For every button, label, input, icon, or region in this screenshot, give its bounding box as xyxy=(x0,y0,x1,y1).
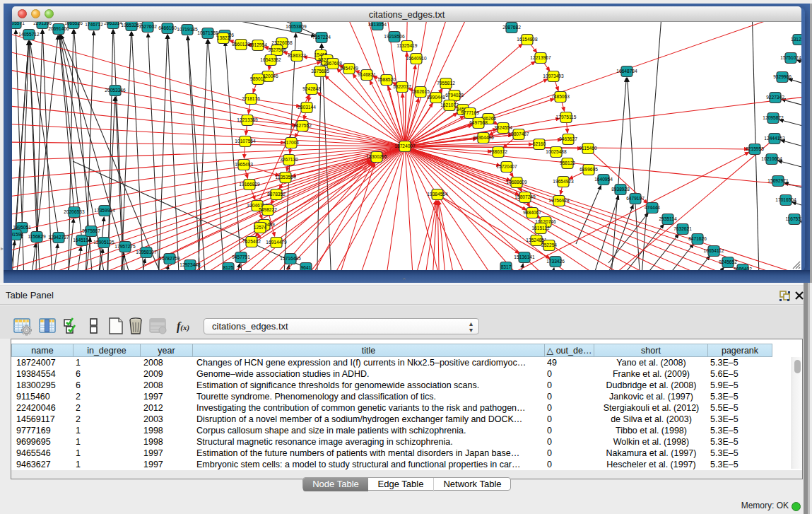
svg-text:20364486: 20364486 xyxy=(473,135,494,140)
svg-text:14055712: 14055712 xyxy=(18,32,40,37)
svg-text:958122: 958122 xyxy=(560,160,575,165)
svg-text:6479197: 6479197 xyxy=(626,196,645,201)
svg-text:12905135: 12905135 xyxy=(93,240,114,245)
svg-text:15751074: 15751074 xyxy=(780,55,801,60)
svg-text:20053346: 20053346 xyxy=(105,88,126,93)
svg-text:19654923: 19654923 xyxy=(553,179,574,184)
svg-text:12213389: 12213389 xyxy=(237,117,258,122)
svg-text:8125: 8125 xyxy=(223,265,234,270)
svg-text:19384554: 19384554 xyxy=(427,192,448,197)
svg-text:9086402: 9086402 xyxy=(734,267,752,270)
svg-text:9245652: 9245652 xyxy=(719,259,737,264)
svg-text:15692971: 15692971 xyxy=(767,178,789,183)
svg-text:7632621: 7632621 xyxy=(673,226,692,231)
svg-text:18724007: 18724007 xyxy=(394,144,416,148)
svg-text:131254: 131254 xyxy=(791,37,801,42)
svg-text:9327506: 9327506 xyxy=(268,47,286,52)
svg-text:10025488: 10025488 xyxy=(546,149,567,154)
svg-text:8660128: 8660128 xyxy=(232,42,250,47)
svg-text:1733426: 1733426 xyxy=(546,259,565,264)
svg-text:10654112: 10654112 xyxy=(704,248,724,253)
svg-text:10958107: 10958107 xyxy=(136,250,157,255)
svg-text:1640954: 1640954 xyxy=(594,177,613,182)
svg-text:252254: 252254 xyxy=(541,243,557,247)
svg-text:10688609: 10688609 xyxy=(506,180,527,185)
svg-text:7357224: 7357224 xyxy=(312,35,331,40)
svg-text:16648784: 16648784 xyxy=(616,69,637,74)
svg-text:18300295: 18300295 xyxy=(366,154,387,159)
svg-text:9457791: 9457791 xyxy=(232,255,250,259)
svg-text:20206533: 20206533 xyxy=(64,209,85,214)
svg-text:8471626: 8471626 xyxy=(688,236,707,241)
svg-text:9227342: 9227342 xyxy=(766,95,784,100)
svg-text:10719185: 10719185 xyxy=(177,27,198,32)
svg-text:16154808: 16154808 xyxy=(517,37,538,42)
svg-text:12923448: 12923448 xyxy=(180,262,201,267)
svg-text:7485063: 7485063 xyxy=(551,94,570,99)
svg-text:9641: 9641 xyxy=(301,265,312,270)
svg-text:7386372: 7386372 xyxy=(489,149,507,154)
svg-text:3375685: 3375685 xyxy=(311,69,329,74)
svg-text:15807249: 15807249 xyxy=(514,194,536,199)
svg-text:9146821: 9146821 xyxy=(358,72,376,77)
svg-text:15716485: 15716485 xyxy=(280,256,301,261)
svg-text:9975867: 9975867 xyxy=(82,228,100,233)
svg-text:13822: 13822 xyxy=(217,35,230,40)
svg-text:2063314: 2063314 xyxy=(104,22,122,25)
svg-text:7955812: 7955812 xyxy=(437,81,455,86)
svg-text:17975115: 17975115 xyxy=(556,115,577,119)
svg-text:1965493: 1965493 xyxy=(235,162,253,167)
svg-text:17957275: 17957275 xyxy=(114,244,136,249)
svg-text:8912954: 8912954 xyxy=(249,42,267,47)
svg-text:2367608: 2367608 xyxy=(324,61,342,66)
svg-text:11325419: 11325419 xyxy=(397,43,418,48)
svg-text:9884067: 9884067 xyxy=(523,210,541,215)
svg-text:989012: 989012 xyxy=(250,76,266,81)
svg-text:1156829: 1156829 xyxy=(28,234,46,239)
svg-text:12213967: 12213967 xyxy=(530,55,551,60)
svg-text:5498222: 5498222 xyxy=(259,207,277,212)
svg-text:16914479: 16914479 xyxy=(266,240,287,245)
svg-text:17016504: 17016504 xyxy=(775,197,796,202)
svg-text:6899695: 6899695 xyxy=(579,167,598,172)
svg-text:391594: 391594 xyxy=(12,232,23,237)
svg-text:1167533: 1167533 xyxy=(785,216,801,221)
svg-text:8813054: 8813054 xyxy=(368,22,387,27)
svg-text:19166829: 19166829 xyxy=(239,182,260,187)
svg-text:474444: 474444 xyxy=(645,205,660,210)
svg-text:19218506: 19218506 xyxy=(384,34,405,39)
svg-text:3824554: 3824554 xyxy=(494,125,512,130)
svg-text:10210664: 10210664 xyxy=(761,156,782,161)
svg-text:1645194: 1645194 xyxy=(73,238,91,243)
svg-text:6466160: 6466160 xyxy=(158,25,177,30)
svg-text:62160: 62160 xyxy=(533,141,546,146)
svg-text:6497568: 6497568 xyxy=(469,120,488,125)
svg-text:9329966: 9329966 xyxy=(773,74,792,79)
svg-text:15720407: 15720407 xyxy=(496,164,517,169)
svg-text:f(x): f(x) xyxy=(177,320,189,333)
svg-text:2291396: 2291396 xyxy=(33,22,52,25)
svg-text:11353594: 11353594 xyxy=(276,175,296,180)
svg-text:9777169: 9777169 xyxy=(461,110,479,115)
svg-text:16640910: 16640910 xyxy=(406,56,427,61)
svg-text:12095872: 12095872 xyxy=(763,115,784,120)
svg-text:8317: 8317 xyxy=(501,264,512,269)
svg-text:8990448: 8990448 xyxy=(427,95,445,100)
svg-text:12942737: 12942737 xyxy=(48,235,69,240)
svg-text:2803144: 2803144 xyxy=(298,105,316,110)
svg-text:10973493: 10973493 xyxy=(543,74,564,78)
svg-text:16782759: 16782759 xyxy=(159,256,180,261)
svg-text:417004: 417004 xyxy=(283,140,299,145)
svg-text:15136141: 15136141 xyxy=(514,255,535,259)
svg-text:1615112: 1615112 xyxy=(531,226,550,230)
svg-text:7625402: 7625402 xyxy=(242,239,261,244)
svg-text:6794028: 6794028 xyxy=(445,93,464,98)
svg-text:9242848: 9242848 xyxy=(302,86,321,91)
svg-text:8427552: 8427552 xyxy=(293,123,312,128)
svg-text:2087682: 2087682 xyxy=(502,25,521,30)
svg-text:8215955: 8215955 xyxy=(746,146,764,151)
svg-text:1065526: 1065526 xyxy=(64,22,83,25)
svg-text:8878352: 8878352 xyxy=(267,192,286,197)
svg-text:1362615: 1362615 xyxy=(411,89,430,94)
svg-text:1527602: 1527602 xyxy=(139,24,157,29)
